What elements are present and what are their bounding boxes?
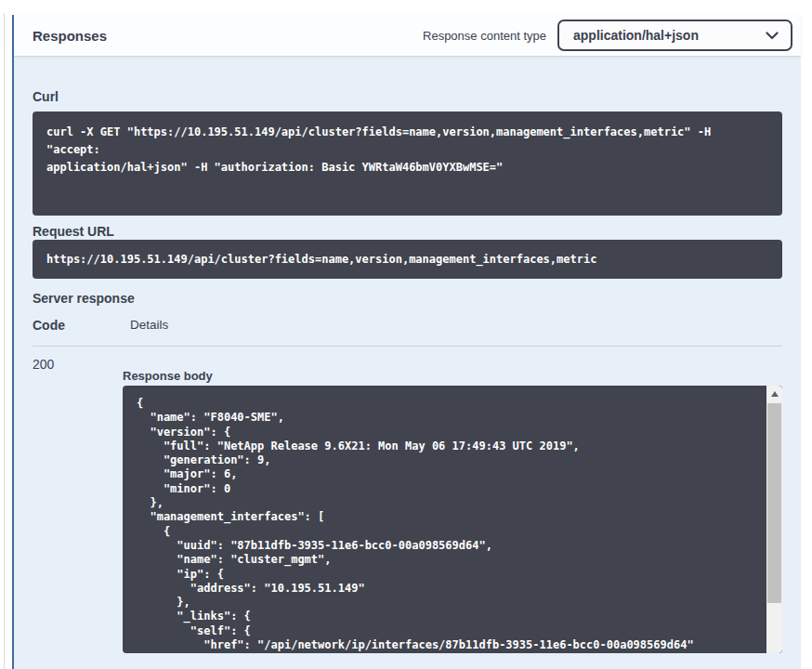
response-details-cell: Response body { "name": "F8040-SME", "ve… xyxy=(123,357,782,653)
responses-title: Responses xyxy=(33,28,107,44)
response-status-code: 200 xyxy=(33,357,123,653)
response-body-json: { "name": "F8040-SME", "version": { "ful… xyxy=(123,386,782,653)
content-type-control: Response content type application/hal+js… xyxy=(423,20,792,51)
server-response-label: Server response xyxy=(33,291,782,306)
response-table-row: 200 Response body { "name": "F8040-SME",… xyxy=(33,347,782,653)
server-response-table: Code Details 200 Response body { "name":… xyxy=(33,318,782,653)
scroll-up-button[interactable] xyxy=(766,386,782,402)
responses-body: Curl curl -X GET "https://10.195.51.149/… xyxy=(14,56,801,653)
chevron-down-icon xyxy=(766,32,779,40)
request-url-label: Request URL xyxy=(33,224,782,239)
selected-content-type-value: application/hal+json xyxy=(573,28,699,43)
request-url-value: https://10.195.51.149/api/cluster?fields… xyxy=(33,240,782,279)
scrollbar-thumb[interactable] xyxy=(767,403,781,603)
response-content-type-label: Response content type xyxy=(423,29,546,43)
response-table-header: Code Details xyxy=(33,318,782,347)
operation-block: Responses Response content type applicat… xyxy=(12,15,801,669)
scroll-up-arrow-icon xyxy=(771,391,779,397)
response-body-block[interactable]: { "name": "F8040-SME", "version": { "ful… xyxy=(123,386,782,653)
swagger-responses-panel: Responses Response content type applicat… xyxy=(0,0,812,669)
curl-label: Curl xyxy=(33,89,782,104)
outer-border-line xyxy=(4,13,5,669)
code-column-header: Code xyxy=(33,318,130,333)
response-body-label: Response body xyxy=(123,369,782,383)
response-body-scrollbar[interactable] xyxy=(766,386,782,653)
details-column-header: Details xyxy=(130,318,168,332)
response-content-type-select[interactable]: application/hal+json xyxy=(557,20,792,51)
curl-command[interactable]: curl -X GET "https://10.195.51.149/api/c… xyxy=(33,112,782,216)
responses-section-header: Responses Response content type applicat… xyxy=(14,15,801,56)
